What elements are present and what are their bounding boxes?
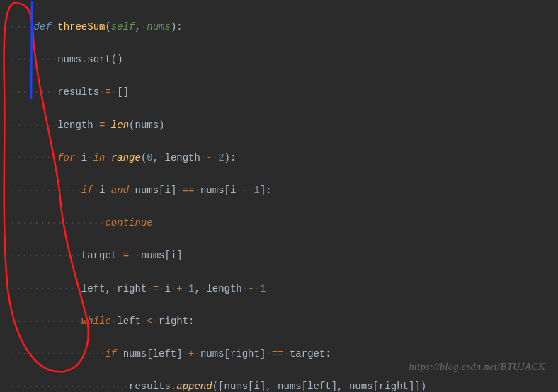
code-line: ········for·i·in·range(0,·length·-·2):: [10, 150, 558, 166]
code-line: ········length·=·len(nums): [10, 117, 558, 134]
code-line: ················continue: [10, 215, 558, 231]
code-line: ········nums.sort(): [10, 52, 558, 68]
code-line: ············left,·right·=·i·+·1,·length·…: [10, 281, 558, 297]
code-line: ············if·i·and·nums[i]·==·nums[i·-…: [10, 183, 558, 199]
code-editor: ····def·threeSum(self,·nums): ········nu…: [0, 0, 558, 392]
code-line: ············while·left·<·right:: [10, 313, 558, 330]
code-line: ····def·threeSum(self,·nums):: [10, 19, 558, 35]
watermark: https://blog.csdn.net/BTUJACK: [409, 359, 545, 375]
code-line: ············target·=·-nums[i]: [10, 248, 558, 264]
code-line: ····················results.append([nums…: [10, 379, 558, 392]
code-line: ········results·=·[]: [10, 84, 558, 100]
